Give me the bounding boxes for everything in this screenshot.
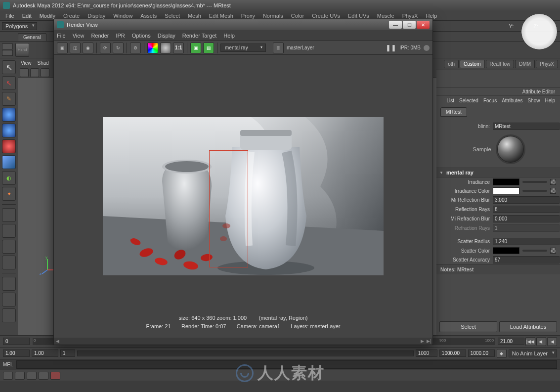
rw-canvas[interactable]: size: 640 x 360 zoom: 1.000 (mental ray,… [54,55,432,338]
universal-tool-icon[interactable] [2,155,16,169]
range-slider[interactable] [77,350,414,356]
mi-refl-blur-field[interactable] [493,196,560,204]
layout-outliner-icon[interactable] [2,293,16,306]
mode-combo[interactable]: Polygons [2,22,37,30]
rw-menu-options[interactable]: Options [132,33,151,39]
rw-scroll-left-icon[interactable]: ◀ [54,339,61,344]
status-btn-1-icon[interactable] [3,372,13,380]
viewport-menu-shading[interactable]: Shad [38,60,49,66]
layout-two-h-icon[interactable] [2,256,16,269]
select-tool-icon[interactable]: ↖ [2,60,16,74]
rw-menu-rendertarget[interactable]: Render Target [182,33,217,39]
range-end2[interactable]: 1000.00 [468,349,495,357]
tab-physx[interactable]: PhysX [536,60,558,68]
select-button[interactable]: Select [439,321,497,332]
ae-menu-attributes[interactable]: Attributes [502,98,522,103]
shelf-icon-hshd[interactable]: Hshd [15,43,29,57]
rw-menu-help[interactable]: Help [223,33,235,39]
shelf-collapse-icon[interactable] [2,44,13,49]
maximize-icon[interactable]: ☐ [403,21,416,29]
lasso-tool-icon[interactable]: ↖ [2,76,16,90]
rw-remove-icon[interactable]: ▤ [203,43,214,53]
range-end[interactable]: 1000.00 [439,349,466,357]
vp-btn-3-icon[interactable] [41,68,49,77]
range-start[interactable]: 1.00 [3,349,30,357]
scatter-color-map-icon[interactable] [550,248,556,254]
layout-single-icon[interactable] [2,208,16,222]
soft-tool-icon[interactable]: ◐ [2,171,16,185]
scatter-color-swatch[interactable] [493,247,519,254]
tab-dmm[interactable]: DMM [515,60,535,68]
rw-pause-icon[interactable]: ❚❚ [386,44,396,51]
irradiance-color-swatch[interactable] [493,187,519,194]
layout-hyper-icon[interactable] [2,308,16,322]
ae-menu-list[interactable]: List [446,98,454,103]
show-manip-icon[interactable]: ✦ [2,187,16,201]
ae-blinn-field[interactable] [493,123,560,130]
layout-two-v-icon[interactable] [2,240,16,254]
rw-alpha-icon[interactable] [160,43,171,53]
ae-menu-selected[interactable]: Selected [459,98,478,103]
menu-file[interactable]: File [2,12,18,20]
paint-tool-icon[interactable]: ✎ [2,92,16,106]
irradiance-color-map-icon[interactable] [550,188,556,194]
rw-menu-render[interactable]: Render [91,33,109,39]
rw-renderer-combo[interactable]: mental ray [220,44,266,52]
status-btn-3-icon[interactable] [27,372,37,380]
rw-scroll-end-icon[interactable]: ▶| [426,339,432,344]
rw-ipr-icon[interactable]: ⟳ [100,43,111,53]
anim-key-icon[interactable]: ◆ [497,349,507,358]
move-tool-icon[interactable] [2,108,16,122]
render-region-box[interactable] [209,150,248,267]
cmd-lang[interactable]: MEL [3,362,13,367]
play-back-icon[interactable]: ◀ [547,337,557,346]
load-attributes-button[interactable]: Load Attributes [499,321,557,332]
rw-titlebar[interactable]: Render View — ☐ ✕ [54,19,432,30]
range-out[interactable]: 1000 [416,349,437,357]
rw-menu-ipr[interactable]: IPR [116,33,125,39]
tl-start[interactable]: 0 [3,338,30,345]
scatter-radius-field[interactable] [493,238,560,245]
status-btn-close-icon[interactable] [50,372,60,380]
irradiance-slider[interactable] [522,181,547,183]
play-start-icon[interactable]: |◀◀ [525,337,535,346]
rw-menu-display[interactable]: Display [158,33,175,39]
range-in[interactable]: 1.00 [32,349,58,357]
rw-menu-view[interactable]: View [73,33,85,39]
rw-rgb-icon[interactable] [147,43,158,53]
rw-zoom-11-icon[interactable]: 1:1 [173,43,184,53]
rw-scroll-right-icon[interactable]: ▶ [419,339,426,344]
layout-persp-icon[interactable] [2,277,16,291]
menu-edit[interactable]: Edit [19,12,35,20]
ae-menu-help[interactable]: Help [545,98,555,103]
ae-sample-sphere[interactable] [497,136,524,163]
ae-section-mentalray[interactable]: mental ray [436,168,560,177]
irradiance-map-icon[interactable] [550,179,556,185]
shelf-tab-general[interactable]: General [18,33,46,41]
rw-keep-icon[interactable]: ▣ [190,43,201,53]
rw-layer-label[interactable]: masterLayer [287,45,314,50]
irradiance-color-slider[interactable] [522,190,547,192]
play-prev-icon[interactable]: ◀| [536,337,546,346]
tab-custom[interactable]: Custom [460,60,484,68]
rotate-tool-icon[interactable] [2,124,16,137]
mi-refr-blur-field[interactable] [493,215,560,222]
viewport-menu-view[interactable]: View [21,60,32,66]
tab-realflow[interactable]: RealFlow [486,60,515,68]
tl-current[interactable]: 21.00 [498,338,524,345]
irradiance-swatch[interactable] [493,178,519,185]
vp-btn-1-icon[interactable] [20,68,29,77]
refl-rays-field[interactable] [493,206,560,213]
rw-region-icon[interactable]: ◫ [70,43,81,53]
rw-scrollbar[interactable]: ◀ ▶ ▶| [54,338,432,345]
rw-refresh-icon[interactable]: ↻ [113,43,124,53]
scatter-accuracy-field[interactable] [493,256,560,263]
vp-btn-2-icon[interactable] [30,68,39,77]
scale-tool-icon[interactable] [2,139,16,153]
status-btn-4-icon[interactable] [39,372,48,380]
tab-oth[interactable]: oth [444,60,459,68]
rw-menu-file[interactable]: File [57,33,66,39]
rw-render-icon[interactable]: ▣ [57,43,68,53]
layout-four-icon[interactable] [2,224,16,238]
status-btn-2-icon[interactable] [15,372,25,380]
